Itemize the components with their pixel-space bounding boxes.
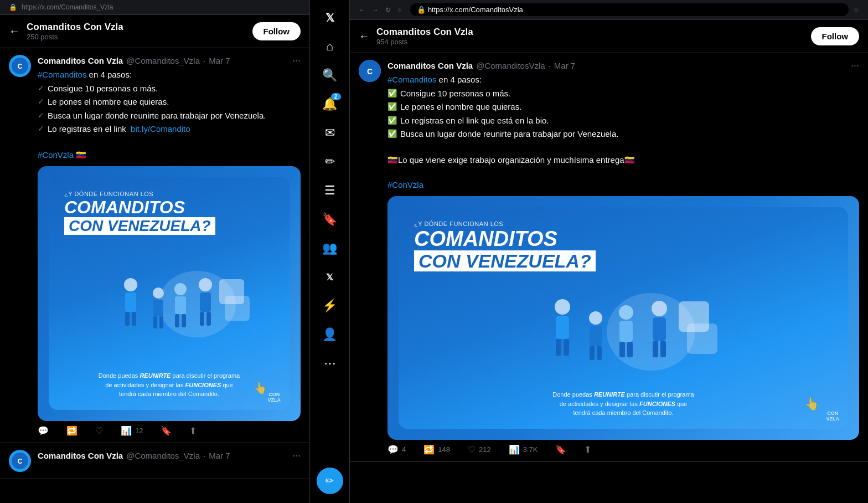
svg-rect-39 [653,317,666,341]
right-tweet-image[interactable]: ¿Y DÓNDE FUNCIONAN LOS COMANDITOS CON VE… [388,196,859,440]
left-avatar: C [9,55,31,77]
left-tweet-1-body: #Comanditos en 4 pasos: ✓Consigue 10 per… [38,69,301,162]
right-retweet-action[interactable]: 🔁 148 [423,444,450,455]
right-like-action[interactable]: ♡ 212 [468,444,491,455]
svg-rect-27 [556,316,569,339]
check-3: ✓ [38,110,44,121]
right-lock-icon: 🔒 [417,6,426,14]
svg-rect-33 [597,346,602,360]
x-logo-button[interactable]: 𝕏 [317,4,343,31]
left-back-button[interactable]: ← [9,25,20,38]
right-views-action: 📊 3.7K [509,444,538,455]
svg-rect-10 [159,316,163,329]
left-img-title1: COMANDITOS [64,199,274,215]
sidebar-communities-button[interactable]: 👥 [317,235,343,261]
right-tweet-1-name: Comanditos Con Vzla [388,61,473,70]
right-img-figures [414,274,833,390]
left-bookmark-action[interactable]: 🔖 [161,425,172,436]
left-hashtag-main[interactable]: #Comanditos [38,70,86,79]
right-reply-action[interactable]: 💬 4 [388,444,406,455]
right-back-button[interactable]: ← [359,30,370,43]
right-star-icon[interactable]: ☆ [853,6,859,14]
right-tweet-1-content: Comanditos Con Vzla @ComanditosVzla · Ma… [388,60,859,455]
left-follow-button[interactable]: Follow [252,22,301,40]
sidebar-home-button[interactable]: ⌂ [317,33,343,60]
right-header-info: Comanditos Con Vzla 954 posts [376,27,804,46]
svg-text:C: C [18,63,23,70]
sidebar-search-button[interactable]: 🔍 [317,62,343,89]
right-tweet-1-more[interactable]: ··· [851,60,859,71]
sidebar-messages-button[interactable]: ✉ [317,120,343,146]
home-icon: ⌂ [326,39,333,54]
svg-text:C: C [18,458,23,465]
sidebar-lists-button[interactable]: ☰ [317,177,343,204]
right-img-title1: COMANDITOS [414,229,833,248]
sidebar-bookmarks-button[interactable]: 🔖 [317,206,343,233]
left-share-action[interactable]: ⬆ [189,425,197,436]
svg-rect-8 [153,300,163,316]
left-panel: 🔒 https://x.com/Comanditos_Vzla ← Comand… [0,0,310,503]
svg-point-26 [555,299,570,315]
right-url-bar[interactable]: 🔒 https://x.com/ComanditosVzla [410,3,849,16]
left-link[interactable]: bit.ly/Comandito [131,124,190,134]
left-tweet-1: C Comanditos Con Vzla @Comanditos_Vzla ·… [0,48,309,443]
right-reload-nav[interactable]: ↻ [385,6,391,14]
svg-point-38 [652,301,667,316]
right-home-nav[interactable]: ⌂ [397,6,401,14]
left-tweet-1-date: · [203,56,205,65]
svg-point-34 [619,305,633,320]
views-icon: 📊 [121,425,132,436]
right-avatar: C [359,60,381,82]
check-1: ✓ [38,83,44,94]
right-header: ← Comanditos Con Vzla 954 posts Follow [350,20,868,53]
left-tweet-list: C Comanditos Con Vzla @Comanditos_Vzla ·… [0,48,309,503]
right-follow-button[interactable]: Follow [811,27,860,45]
write-icon: ✏ [325,155,335,169]
svg-rect-36 [619,342,625,357]
left-tweet-1-more[interactable]: ··· [292,55,301,66]
communities-icon: 👥 [322,241,337,255]
svg-rect-43 [687,324,717,354]
right-hashtag-main[interactable]: #Comanditos [388,75,436,84]
left-tweet-image[interactable]: ¿Y DÓNDE FUNCIONAN LOS COMANDITOS CON VE… [38,166,301,421]
left-avatar-2: C [9,450,31,472]
like-icon: ♡ [95,425,103,436]
right-like-count: 212 [479,445,491,454]
right-tweet-list: C Comanditos Con Vzla @ComanditosVzla · … [350,53,868,503]
left-retweet-action[interactable]: 🔁 [66,425,78,436]
left-reply-action[interactable]: 💬 [38,425,49,436]
check-4: ✓ [38,123,44,135]
right-forward-nav[interactable]: → [372,6,379,14]
sidebar-more-button[interactable]: ⋯ [317,350,343,377]
right-views-icon: 📊 [509,444,520,455]
sidebar-profile-button[interactable]: 👤 [317,321,343,348]
left-tweet-1-name: Comanditos Con Vzla [38,56,123,65]
svg-rect-12 [175,296,186,314]
right-tweet-1: C Comanditos Con Vzla @ComanditosVzla · … [350,53,868,462]
right-hashtag-footer[interactable]: #ConVzla [388,180,423,189]
reply-icon: 💬 [38,425,49,436]
right-bookmark-action[interactable]: 🔖 [555,444,566,455]
left-tweet-1-handle: @Comanditos_Vzla [126,56,200,65]
sidebar-write-button[interactable]: ✏ [317,148,343,175]
compose-button[interactable]: ✏ [317,468,343,494]
right-img-title2: CON VENEZUELA? [418,250,591,271]
left-hashtag-footer[interactable]: #ConVzla [38,150,74,160]
sidebar-monetize-button[interactable]: ⚡ [317,292,343,319]
x-logo-icon: 𝕏 [326,11,334,24]
sidebar-premium-button[interactable]: 𝕏 [317,264,343,290]
right-share-action[interactable]: ⬆ [584,444,591,455]
left-img-title2: CON VENEZUELA? [69,217,211,234]
sidebar-notifications-button[interactable]: 🔔 2 [317,91,343,117]
left-like-action[interactable]: ♡ [95,425,103,436]
left-img-desc: Donde puedas REUNIRTE para discutir el p… [64,371,274,399]
svg-rect-29 [564,339,569,356]
left-post-count: 250 posts [27,33,246,41]
left-url: https://x.com/Comanditos_Vzla [22,3,113,11]
svg-rect-31 [590,326,602,346]
left-tweet-2-date: Mar 7 [209,451,230,460]
left-tweet-2-more[interactable]: ··· [292,450,301,461]
right-check-2: ✅ [388,101,397,112]
right-back-nav[interactable]: ← [359,6,365,14]
messages-icon: ✉ [325,126,335,140]
